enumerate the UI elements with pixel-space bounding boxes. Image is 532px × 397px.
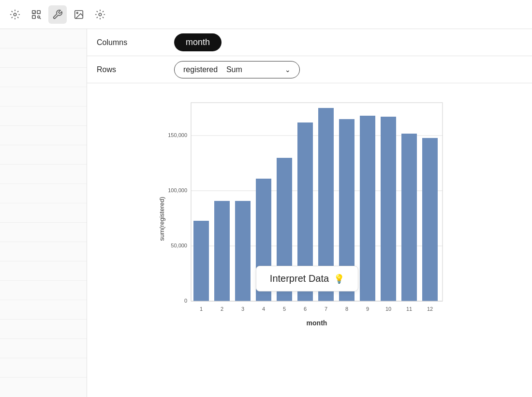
wrench-button[interactable] [48,5,67,24]
svg-text:50,000: 50,000 [171,243,187,248]
bar-month-1 [193,221,209,301]
sidebar-row-18 [0,358,87,378]
rows-value: registered Sum [183,65,242,74]
columns-label: Columns [97,38,174,47]
interpret-data-label: Interpret Data [270,273,329,284]
sidebar-row-1 [0,29,87,48]
rows-label: Rows [97,65,174,74]
svg-text:12: 12 [427,306,433,312]
svg-text:150,000: 150,000 [168,132,187,138]
svg-text:11: 11 [406,306,412,312]
sidebar [0,29,87,397]
svg-point-7 [99,13,102,16]
settings-button[interactable] [6,5,24,24]
svg-text:9: 9 [366,306,369,312]
interpret-data-button[interactable]: Interpret Data 💡 [256,266,358,291]
sidebar-row-11 [0,223,87,242]
y-axis-label: sum(registered) [158,197,165,241]
columns-field-row: Columns month [87,29,532,56]
svg-text:6: 6 [304,306,307,312]
bar-month-2 [214,201,230,301]
analyze-button[interactable] [27,5,45,24]
sidebar-row-4 [0,87,87,107]
bar-month-9 [360,116,375,301]
bar-month-11 [401,134,417,301]
sidebar-row-17 [0,339,87,358]
svg-text:100,000: 100,000 [168,187,187,193]
svg-point-6 [76,12,78,14]
sidebar-row-3 [0,68,87,87]
svg-text:2: 2 [221,306,223,312]
sidebar-row-12 [0,242,87,261]
main-layout: Columns month Rows registered Sum ⌄ [0,29,532,397]
sidebar-row-16 [0,320,87,339]
svg-text:8: 8 [345,306,348,312]
x-axis-label: month [307,319,327,327]
svg-text:10: 10 [385,306,391,312]
bulb-icon: 💡 [334,274,344,284]
sidebar-row-7 [0,145,87,165]
sidebar-row-15 [0,300,87,320]
sidebar-row-5 [0,107,87,126]
svg-point-0 [14,13,16,16]
svg-text:1: 1 [200,306,203,312]
toolbar [0,0,532,29]
svg-text:3: 3 [241,306,244,312]
svg-text:0: 0 [184,298,187,304]
svg-text:5: 5 [283,306,286,312]
columns-value[interactable]: month [174,33,222,51]
sidebar-row-10 [0,203,87,223]
sidebar-row-13 [0,261,87,281]
rows-dropdown[interactable]: registered Sum ⌄ [174,61,300,78]
svg-rect-3 [32,15,35,18]
bar-month-12 [422,138,438,301]
sidebar-row-9 [0,184,87,203]
svg-text:4: 4 [262,306,265,312]
svg-point-4 [38,15,40,18]
sidebar-row-6 [0,126,87,145]
image-settings-button[interactable] [91,5,109,24]
sidebar-row-2 [0,48,87,68]
chart-area: 0 50,000 100,000 150,000 sum(registered) [87,83,532,397]
sidebar-row-14 [0,281,87,300]
image-button[interactable] [70,5,88,24]
svg-text:7: 7 [325,306,327,312]
svg-rect-2 [37,10,40,13]
sidebar-row-8 [0,165,87,184]
chart-container: 0 50,000 100,000 150,000 sum(registered) [157,93,457,335]
bar-chart: 0 50,000 100,000 150,000 sum(registered) [157,93,457,335]
bar-month-10 [381,117,396,301]
bar-month-3 [235,201,251,301]
chevron-down-icon: ⌄ [285,66,291,74]
rows-field-row: Rows registered Sum ⌄ [87,56,532,83]
content-area: Columns month Rows registered Sum ⌄ [87,29,532,397]
